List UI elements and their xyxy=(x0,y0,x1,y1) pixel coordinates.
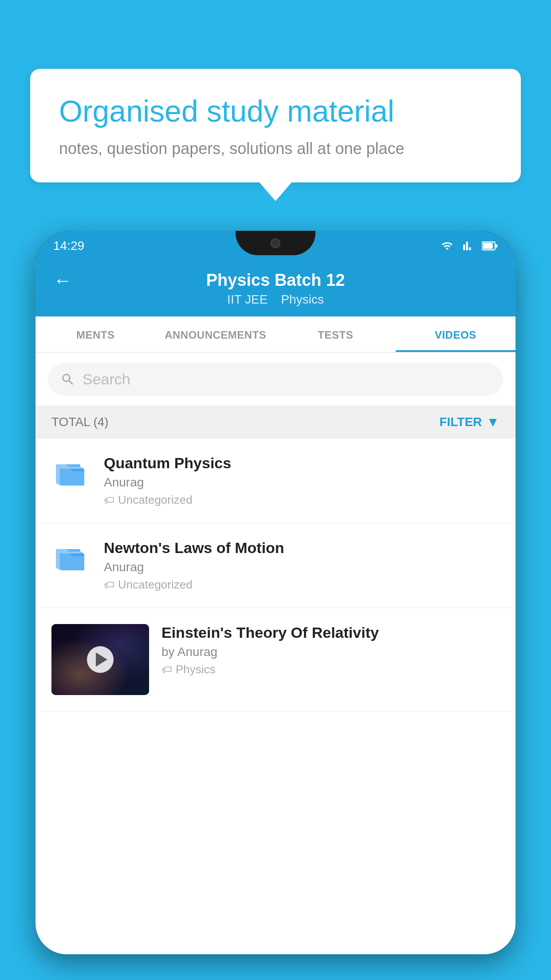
tab-ments[interactable]: MENTS xyxy=(35,316,156,352)
app-content: ← Physics Batch 12 IIT JEE Physics MENTS… xyxy=(35,261,516,954)
tag-icon: 🏷 xyxy=(161,664,172,676)
search-input[interactable]: Search xyxy=(83,371,491,388)
video-category: Uncategorized xyxy=(118,578,193,592)
video-tag-row: 🏷 Uncategorized xyxy=(104,493,500,507)
video-title: Einstein's Theory Of Relativity xyxy=(161,624,500,641)
header-row: ← Physics Batch 12 xyxy=(53,271,498,290)
video-author: by Anurag xyxy=(161,645,500,659)
video-author: Anurag xyxy=(104,560,500,574)
tab-tests[interactable]: TESTS xyxy=(276,316,396,352)
search-icon xyxy=(60,372,75,387)
front-camera xyxy=(271,238,280,248)
status-icons xyxy=(439,240,498,252)
status-time: 14:29 xyxy=(53,239,84,253)
phone-wrapper: 14:29 xyxy=(35,231,516,980)
app-header: ← Physics Batch 12 IIT JEE Physics xyxy=(35,261,516,316)
filter-label: FILTER xyxy=(439,415,482,429)
video-thumb-icon xyxy=(51,539,91,575)
signal-icon xyxy=(460,240,476,252)
video-info: Einstein's Theory Of Relativity by Anura… xyxy=(161,624,500,676)
tabs-bar: MENTS ANNOUNCEMENTS TESTS VIDEOS xyxy=(35,316,516,353)
video-tag-row: 🏷 Physics xyxy=(161,663,500,676)
tag-icon: 🏷 xyxy=(104,579,114,591)
filter-button[interactable]: FILTER ▼ xyxy=(439,415,500,430)
bubble-title: Organised study material xyxy=(59,93,492,130)
list-item[interactable]: Newton's Laws of Motion Anurag 🏷 Uncateg… xyxy=(35,523,516,608)
page-title: Physics Batch 12 xyxy=(206,271,345,290)
video-author: Anurag xyxy=(104,475,500,490)
tag-physics: Physics xyxy=(281,292,323,307)
video-title: Quantum Physics xyxy=(104,454,500,472)
bubble-subtitle: notes, question papers, solutions all at… xyxy=(59,139,492,158)
video-info: Newton's Laws of Motion Anurag 🏷 Uncateg… xyxy=(104,539,500,592)
video-title: Newton's Laws of Motion xyxy=(104,539,500,557)
video-thumbnail xyxy=(51,624,149,695)
video-category: Uncategorized xyxy=(118,493,193,507)
search-bar-container: Search xyxy=(35,353,516,406)
video-info: Quantum Physics Anurag 🏷 Uncategorized xyxy=(104,454,500,507)
list-item[interactable]: Einstein's Theory Of Relativity by Anura… xyxy=(35,608,516,711)
total-count: TOTAL (4) xyxy=(51,415,109,429)
speech-bubble-section: Organised study material notes, question… xyxy=(30,69,521,182)
battery-icon xyxy=(482,240,498,252)
folder-icon xyxy=(54,454,89,490)
svg-rect-1 xyxy=(483,243,493,249)
search-bar[interactable]: Search xyxy=(48,363,503,396)
tag-icon: 🏷 xyxy=(104,494,114,506)
play-icon xyxy=(96,652,107,667)
wifi-icon xyxy=(439,240,455,252)
tag-iit-jee: IIT JEE xyxy=(227,292,268,307)
filter-row: TOTAL (4) FILTER ▼ xyxy=(35,406,516,439)
play-button[interactable] xyxy=(87,646,114,673)
video-category: Physics xyxy=(176,663,216,676)
video-list: Quantum Physics Anurag 🏷 Uncategorized xyxy=(35,439,516,711)
tab-videos[interactable]: VIDEOS xyxy=(396,316,516,352)
tab-announcements[interactable]: ANNOUNCEMENTS xyxy=(156,316,276,352)
filter-icon: ▼ xyxy=(486,415,500,430)
header-subtags: IIT JEE Physics xyxy=(227,292,324,307)
video-thumb-icon xyxy=(51,454,91,490)
back-button[interactable]: ← xyxy=(53,270,72,291)
phone-notch xyxy=(236,231,315,255)
video-tag-row: 🏷 Uncategorized xyxy=(104,578,500,592)
phone-mockup: 14:29 xyxy=(35,231,516,954)
folder-icon xyxy=(54,539,89,575)
speech-bubble: Organised study material notes, question… xyxy=(30,69,521,182)
list-item[interactable]: Quantum Physics Anurag 🏷 Uncategorized xyxy=(35,439,516,523)
svg-rect-2 xyxy=(496,244,498,248)
